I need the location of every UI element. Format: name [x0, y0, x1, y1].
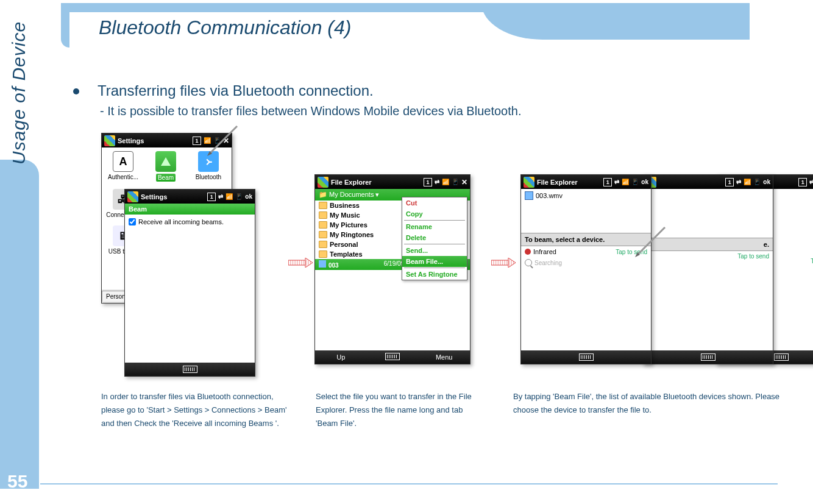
cell-icon: 📱 — [452, 179, 459, 185]
start-icon[interactable] — [127, 191, 138, 202]
start-icon[interactable] — [524, 177, 534, 188]
screenshot-device-list-back: 1⇄📶📱ok e. Tap to send — [642, 174, 773, 364]
ctx-set-ringtone[interactable]: Set As Ringtone — [402, 269, 467, 280]
page-title: Bluetooth Communication (4) — [99, 16, 351, 39]
screenshots-row: Settings 1 📶 📱 ✕ AAuthentic... Beam ᚛Blu… — [101, 133, 784, 383]
arrow-icon — [491, 258, 516, 268]
ctx-copy[interactable]: Copy — [402, 208, 467, 219]
sim-icon: 1 — [424, 178, 432, 186]
screenshot-device-list-back2: 1⇄📶📱ok Tap to send — [715, 174, 813, 364]
search-icon — [525, 259, 532, 266]
status-icons: 1 ⇄ 📶 📱 ok — [603, 178, 648, 186]
content-area: Transferring files via Bluetooth connect… — [73, 82, 780, 118]
caption-3: By tapping 'Beam File', the list of avai… — [513, 390, 781, 430]
window-title: Settings — [141, 193, 207, 201]
svg-marker-5 — [305, 258, 313, 268]
bullet-row: Transferring files via Bluetooth connect… — [73, 82, 780, 99]
sim-icon: 1 — [193, 137, 201, 145]
sidebar-label: Usage of Device — [9, 21, 29, 165]
section-header: Beam — [125, 204, 255, 215]
ctx-cut[interactable]: Cut — [402, 197, 467, 208]
bullet-title: Transferring files via Bluetooth connect… — [98, 82, 374, 99]
context-menu: Cut Copy Rename Delete Send... Beam File… — [402, 197, 467, 280]
bottom-bar — [521, 350, 651, 364]
sidebar: Usage of Device 55 — [0, 0, 61, 504]
menu-button[interactable]: Menu — [418, 353, 470, 361]
sync-icon: ⇄ — [614, 179, 619, 185]
stylus-pointer — [631, 224, 668, 261]
bottom-bar: Up Menu — [315, 350, 470, 364]
receive-beams-checkbox[interactable] — [129, 218, 136, 225]
arrow-icon — [288, 258, 313, 268]
ok-button[interactable]: ok — [641, 179, 648, 185]
ctx-send[interactable]: Send... — [402, 245, 467, 256]
start-icon[interactable] — [318, 177, 328, 188]
status-icons: 1 ⇄ 📶 📱 ✕ — [424, 178, 467, 186]
caption-1: In order to transfer files via Bluetooth… — [101, 390, 290, 430]
ok-button[interactable]: ok — [245, 193, 252, 200]
bullet-subtitle: - It is possible to transfer files betwe… — [100, 104, 780, 118]
cell-icon: 📱 — [631, 179, 639, 185]
signal-icon: 📶 — [225, 193, 233, 200]
sidebar-accent — [0, 160, 39, 489]
keyboard-icon[interactable] — [183, 366, 197, 373]
authentication-icon[interactable]: AAuthentic... — [104, 151, 142, 182]
media-icon — [525, 191, 533, 200]
caption-2: Select the file you want to transfer in … — [316, 390, 486, 430]
beam-file-row: 003.wmv — [521, 189, 651, 202]
receive-beams-row[interactable]: Receive all incoming beams. — [125, 215, 255, 229]
keyboard-icon[interactable] — [367, 353, 419, 361]
signal-icon: 📶 — [442, 179, 449, 185]
ctx-rename[interactable]: Rename — [402, 221, 467, 232]
screenshot-beam-settings: Settings 1 ⇄ 📶 📱 ok Beam Receive all inc… — [124, 189, 255, 377]
page-header: Bluetooth Communication (4) — [61, 3, 780, 51]
header-swoosh — [481, 3, 750, 40]
infrared-icon — [525, 249, 531, 255]
svg-rect-4 — [288, 260, 305, 265]
ctx-delete[interactable]: Delete — [402, 232, 467, 243]
ctx-beam-file[interactable]: Beam File... — [402, 256, 467, 267]
sim-icon: 1 — [603, 178, 612, 186]
bullet-icon — [73, 88, 79, 94]
status-icons: 1 ⇄ 📶 📱 ok — [207, 193, 252, 201]
header-top-band — [61, 3, 542, 12]
window-title: Settings — [118, 137, 193, 144]
start-icon[interactable] — [104, 135, 115, 146]
signal-icon: 📶 — [622, 179, 629, 185]
footer-divider — [40, 483, 778, 484]
sync-icon: ⇄ — [218, 193, 223, 200]
svg-marker-7 — [508, 258, 516, 268]
window-title: File Explorer — [537, 179, 603, 186]
titlebar: Settings 1 ⇄ 📶 📱 ok — [125, 190, 255, 204]
screenshot-device-list: File Explorer 1 ⇄ 📶 📱 ok 003.wmv To beam… — [520, 174, 651, 364]
close-icon[interactable]: ✕ — [461, 178, 467, 186]
stylus-pointer — [204, 123, 240, 160]
up-button[interactable]: Up — [315, 353, 367, 361]
titlebar: File Explorer 1 ⇄ 📶 📱 ok — [521, 175, 651, 189]
svg-line-0 — [210, 126, 237, 154]
keyboard-icon[interactable] — [579, 353, 594, 361]
sync-icon: ⇄ — [435, 179, 439, 185]
svg-line-8 — [637, 227, 665, 255]
screenshot-file-explorer: File Explorer 1 ⇄ 📶 📱 ✕ 📁 My Documents ▾… — [314, 174, 470, 364]
captions-row: In order to transfer files via Bluetooth… — [101, 390, 784, 430]
receive-beams-label: Receive all incoming beams. — [138, 218, 224, 225]
bottom-bar — [125, 363, 255, 376]
sim-icon: 1 — [207, 193, 216, 201]
page-number: 55 — [7, 471, 27, 492]
cell-icon: 📱 — [235, 193, 243, 200]
svg-rect-6 — [491, 260, 508, 265]
beam-icon[interactable]: Beam — [147, 151, 185, 182]
window-title: File Explorer — [331, 179, 424, 186]
titlebar: File Explorer 1 ⇄ 📶 📱 ✕ — [315, 175, 470, 189]
